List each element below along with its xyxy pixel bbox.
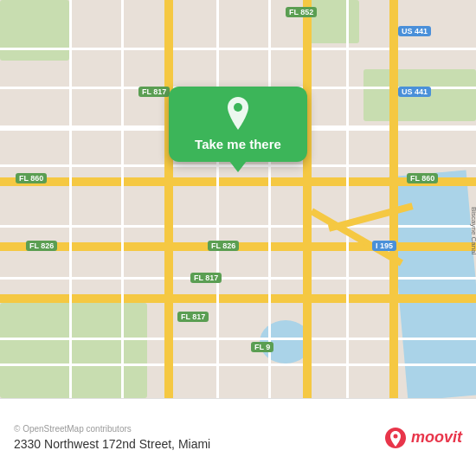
hw-label-fl826: FL 826 — [26, 241, 57, 251]
road-v4 — [216, 0, 219, 398]
hw-label-us441-2: US 441 — [398, 87, 431, 97]
address-text: 2330 Northwest 172nd Street, Miami — [14, 437, 210, 451]
location-pin-icon — [224, 97, 252, 133]
map: FL 852 US 441 US 441 FL 817 FL 860 FL 86… — [0, 0, 476, 398]
road-v8 — [389, 0, 398, 398]
hw-label-fl817-2: FL 817 — [190, 273, 222, 283]
popup-label: Take me there — [183, 137, 293, 151]
svg-point-1 — [393, 434, 397, 438]
address-section: © OpenStreetMap contributors 2330 Northw… — [14, 424, 210, 451]
hw-label-fl860-1: FL 860 — [16, 173, 47, 183]
hw-label-i195: I 195 — [372, 241, 396, 251]
hw-label-fl817-1: FL 817 — [138, 87, 170, 97]
hw-label-fl860-2: FL 860 — [407, 173, 438, 183]
green-area — [0, 0, 69, 61]
hw-label-fl817-3: FL 817 — [177, 312, 209, 322]
copyright-text: © OpenStreetMap contributors — [14, 424, 210, 434]
hw-label-fl826-2: FL 826 — [208, 241, 239, 251]
hw-label-fl852: FL 852 — [286, 7, 317, 17]
take-me-there-button[interactable]: Take me there — [169, 87, 307, 162]
canal-label: Biscayne Canal — [471, 207, 477, 255]
hw-label-us441-1: US 441 — [398, 26, 431, 36]
road-v7 — [346, 0, 349, 398]
road-v5 — [268, 0, 271, 398]
road-v3 — [164, 0, 173, 398]
hw-label-fl9: FL 9 — [251, 342, 273, 352]
road-v1 — [69, 0, 72, 398]
moovit-brand-name: moovit — [411, 428, 462, 447]
moovit-logo[interactable]: moovit — [383, 426, 462, 450]
road-v2 — [121, 0, 124, 398]
bottom-bar: © OpenStreetMap contributors 2330 Northw… — [0, 398, 476, 476]
svg-point-0 — [234, 103, 242, 112]
road-v6 — [303, 0, 312, 398]
green-area-3 — [0, 312, 87, 381]
